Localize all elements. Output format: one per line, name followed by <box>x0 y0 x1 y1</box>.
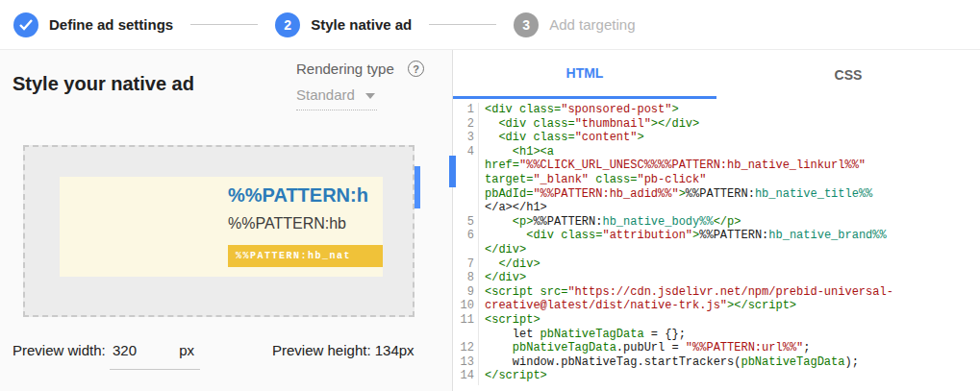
code-lines[interactable]: <div class="sponsored-post"> <div class=… <box>485 103 980 383</box>
ad-preview-title: %%PATTERN:h <box>228 184 368 207</box>
editor-scrollbar-thumb[interactable] <box>449 156 456 187</box>
preview-width-unit: px <box>179 342 194 358</box>
step-label-define-ad-settings: Define ad settings <box>49 16 173 33</box>
rendering-type-value: Standard <box>296 86 355 103</box>
chevron-down-icon <box>365 93 375 99</box>
tab-css[interactable]: CSS <box>716 50 980 99</box>
preview-height-label: Preview height: 134px <box>272 342 415 358</box>
ad-preview-area: %%PATTERN:h %%PATTERN:hb %%PATTERN:hb_na… <box>23 145 415 317</box>
step-connector <box>429 24 496 25</box>
step-number-3: 3 <box>514 12 539 37</box>
step-add-targeting[interactable]: 3 Add targeting <box>514 12 635 37</box>
step-label-style-native-ad: Style native ad <box>311 16 412 33</box>
code-editor[interactable]: 1234567891011121314 <div class="sponsore… <box>453 103 980 391</box>
ad-preview-body: %%PATTERN:hb <box>228 215 346 232</box>
preview-scrollbar-thumb[interactable] <box>415 166 420 208</box>
step-define-ad-settings[interactable]: Define ad settings <box>13 12 173 37</box>
rendering-type-dropdown[interactable]: Standard <box>296 86 377 110</box>
ad-preview-brand-chip: %%PATTERN:hb_nat <box>228 245 383 267</box>
app: Define ad settings 2 Style native ad 3 A… <box>0 0 980 391</box>
preview-width-value: 320 <box>113 342 137 358</box>
code-tabs: HTML CSS <box>453 50 980 99</box>
step-number-2: 2 <box>275 12 300 37</box>
step-label-add-targeting: Add targeting <box>549 16 635 33</box>
page-title: Style your native ad <box>13 73 194 95</box>
step-done-check-icon <box>13 12 38 37</box>
step-style-native-ad[interactable]: 2 Style native ad <box>275 12 412 37</box>
code-panel: HTML CSS 1234567891011121314 <div class=… <box>452 50 980 391</box>
native-ad-preview-card: %%PATTERN:h %%PATTERN:hb %%PATTERN:hb_na… <box>60 177 383 277</box>
help-icon[interactable]: ? <box>408 61 424 77</box>
tab-html[interactable]: HTML <box>453 50 716 99</box>
preview-width-label: Preview width: <box>13 342 106 358</box>
stepper: Define ad settings 2 Style native ad 3 A… <box>0 0 980 50</box>
rendering-type-label: Rendering type <box>296 61 394 77</box>
preview-width-input[interactable]: 320 px <box>110 338 200 370</box>
code-gutter: 1234567891011121314 <box>453 103 479 385</box>
step-connector <box>190 24 258 25</box>
style-panel: Style your native ad Rendering type ? St… <box>0 50 452 391</box>
